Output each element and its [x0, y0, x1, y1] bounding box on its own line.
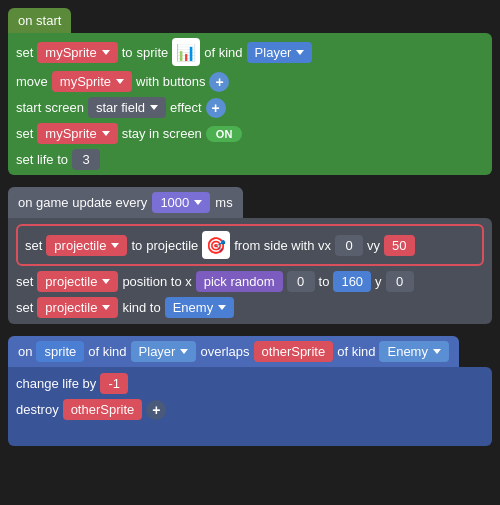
buttons-plus[interactable]: + [209, 72, 229, 92]
star-field-pill[interactable]: star field [88, 97, 166, 118]
mysprite-pill3[interactable]: mySprite [37, 123, 117, 144]
rand-min[interactable]: 0 [287, 271, 315, 292]
overlaps-label: overlaps [200, 344, 249, 359]
enemy-pill[interactable]: Enemy [165, 297, 234, 318]
player-pill2[interactable]: Player [131, 341, 197, 362]
starfield-arrow [150, 105, 158, 110]
of-kind-label3: of kind [337, 344, 375, 359]
to-label3: to [319, 274, 330, 289]
stay-in-screen-row: set mySprite stay in screen ON [16, 123, 484, 144]
on-start-body: set mySprite to sprite 📊 of kind Player … [8, 33, 492, 175]
set-kind-row: set projectile kind to Enemy [16, 297, 484, 318]
projectile-label: projectile [146, 238, 198, 253]
ms-label: ms [215, 195, 232, 210]
mysprite-arrow [102, 50, 110, 55]
enemy-arrow [218, 305, 226, 310]
enemy-arrow2 [433, 349, 441, 354]
ms-arrow [194, 200, 202, 205]
of-kind-label1: of kind [204, 45, 242, 60]
on-start-header: on start [8, 8, 71, 33]
overlaps-header: on sprite of kind Player overlaps otherS… [8, 336, 459, 367]
game-update-label: on game update every [18, 195, 147, 210]
mysprite-pill2[interactable]: mySprite [52, 71, 132, 92]
set-projectile-row: set projectile to projectile 🎯 from side… [25, 231, 475, 259]
mysprite-arrow3 [102, 131, 110, 136]
destroy-plus[interactable]: + [146, 400, 166, 420]
y-value[interactable]: 0 [386, 271, 414, 292]
set-label3: set [25, 238, 42, 253]
set-label5: set [16, 300, 33, 315]
set-label2: set [16, 126, 33, 141]
with-buttons-label: with buttons [136, 74, 205, 89]
destroy-label: destroy [16, 402, 59, 417]
player-arrow [296, 50, 304, 55]
to-label2: to [131, 238, 142, 253]
y-label: y [375, 274, 382, 289]
proj-arrow3 [102, 305, 110, 310]
stay-label: stay in screen [122, 126, 202, 141]
move-label: move [16, 74, 48, 89]
sprite-label1: sprite [136, 45, 168, 60]
projectile-pill3[interactable]: projectile [37, 297, 118, 318]
toggle-on[interactable]: ON [206, 126, 243, 142]
start-screen-label: start screen [16, 100, 84, 115]
set-label4: set [16, 274, 33, 289]
set-life-row: set life to 3 [16, 149, 484, 170]
proj-arrow2 [102, 279, 110, 284]
vy-value[interactable]: 50 [384, 235, 414, 256]
sprite-kind-pill: sprite [36, 341, 84, 362]
effect-plus[interactable]: + [206, 98, 226, 118]
mysprite-arrow2 [116, 79, 124, 84]
othersprite-pill1[interactable]: otherSprite [254, 341, 334, 362]
proj-arrow1 [111, 243, 119, 248]
life-change-val[interactable]: -1 [100, 373, 128, 394]
pick-random-pill[interactable]: pick random [196, 271, 283, 292]
projectile-icon: 🎯 [202, 231, 230, 259]
to-label1: to [122, 45, 133, 60]
enemy-pill2[interactable]: Enemy [379, 341, 448, 362]
on-label: on [18, 344, 32, 359]
life-value[interactable]: 3 [72, 149, 100, 170]
mysprite-pill[interactable]: mySprite [37, 42, 117, 63]
ms-value-pill[interactable]: 1000 [152, 192, 210, 213]
effect-label: effect [170, 100, 202, 115]
sprite-icon: 📊 [172, 38, 200, 66]
change-life-row: change life by -1 [16, 373, 484, 394]
set-life-label: set life to [16, 152, 68, 167]
rand-max[interactable]: 160 [333, 271, 371, 292]
destroy-row: destroy otherSprite + [16, 399, 484, 420]
screen-row: start screen star field effect + [16, 97, 484, 118]
set-position-row: set projectile position to x pick random… [16, 271, 484, 292]
projectile-set-outline: set projectile to projectile 🎯 from side… [16, 224, 484, 266]
change-life-label: change life by [16, 376, 96, 391]
set-sprite-row: set mySprite to sprite 📊 of kind Player [16, 38, 484, 66]
from-side-label: from side with vx [234, 238, 331, 253]
set-label: set [16, 45, 33, 60]
bottom-bar [8, 426, 492, 446]
game-update-header: on game update every 1000 ms [8, 187, 243, 218]
projectile-pill2[interactable]: projectile [37, 271, 118, 292]
othersprite-pill2[interactable]: otherSprite [63, 399, 143, 420]
of-kind-label2: of kind [88, 344, 126, 359]
kind-to-label: kind to [122, 300, 160, 315]
projectile-pill1[interactable]: projectile [46, 235, 127, 256]
player-pill[interactable]: Player [247, 42, 313, 63]
player-arrow2 [180, 349, 188, 354]
move-row: move mySprite with buttons + [16, 71, 484, 92]
vx-value[interactable]: 0 [335, 235, 363, 256]
position-label: position to x [122, 274, 191, 289]
vy-label: vy [367, 238, 380, 253]
on-start-label: on start [18, 13, 61, 28]
